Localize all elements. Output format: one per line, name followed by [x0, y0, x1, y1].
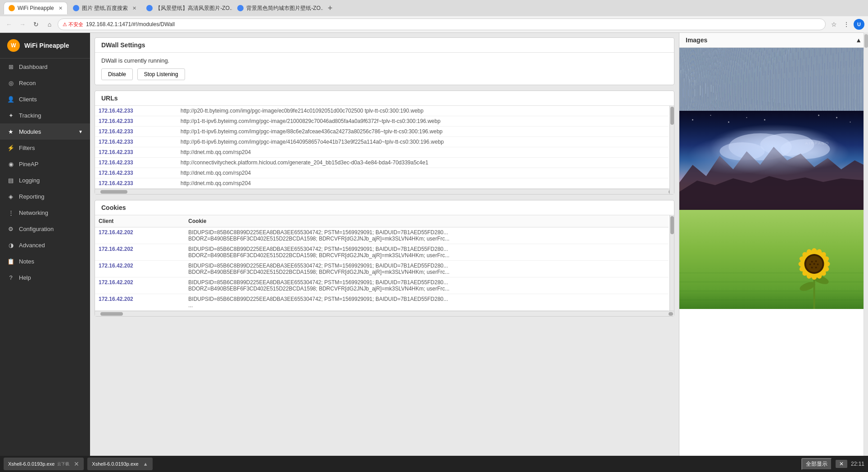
cookie-ip-cell: 172.16.42.202 [95, 261, 185, 277]
sidebar-item-dashboard[interactable]: ⊞ Dashboard [0, 59, 90, 75]
logging-icon: ▤ [7, 177, 14, 184]
url-table-row: 172.16.42.233 http://dnet.mb.qq.com/rsp2… [95, 178, 669, 189]
url-ip-cell: 172.16.42.233 [95, 178, 177, 189]
settings-icon[interactable]: ⋮ [841, 19, 852, 30]
profile-avatar[interactable]: U [854, 19, 864, 30]
cookie-value-cell: BIDUPSID=85B6C8B99D225EEA8DBA3EE65530474… [185, 294, 669, 311]
disable-button[interactable]: Disable [101, 68, 133, 80]
sidebar-item-reporting[interactable]: ◈ Reporting [0, 188, 90, 204]
urls-body: 172.16.42.233 http://p20-tt.byteimg.com/… [95, 106, 674, 194]
sidebar-item-configuration[interactable]: ⚙ Configuration [0, 221, 90, 237]
svg-text:AIRPANO: AIRPANO [805, 141, 830, 145]
svg-point-78 [809, 263, 811, 265]
sidebar-app-title: WiFi Pineapple [24, 42, 69, 49]
cookie-table-row: 172.16.42.202 BIDUPSID=85B6C8B99D225EEA8… [95, 294, 669, 311]
taskbar-close-xshell-1[interactable]: ✕ [74, 460, 79, 467]
tab-favicon-3 [146, 5, 153, 11]
sidebar-item-advanced[interactable]: ◑ Advanced [0, 237, 90, 253]
svg-point-16 [784, 61, 789, 66]
sidebar-item-clients[interactable]: 👤 Clients [0, 91, 90, 107]
url-url-cell: http://p1-tt-ipv6.byteimg.com/img/pgc-im… [177, 116, 669, 127]
home-button[interactable]: ⌂ [44, 19, 55, 30]
show-all-button[interactable]: 全部显示 [801, 458, 832, 470]
svg-point-28 [831, 73, 834, 75]
cookie-scrollbar[interactable] [669, 215, 674, 311]
sidebar-label-networking: Networking [19, 209, 48, 216]
bookmark-icon[interactable]: ☆ [828, 19, 839, 30]
svg-point-27 [813, 73, 816, 76]
tab-close-1[interactable]: ✕ [59, 5, 63, 11]
cookie-table-container[interactable]: Client Cookie 172.16.42.202 BIDUPSID=85B… [95, 215, 674, 311]
taskbar-close-button[interactable]: ✕ [836, 460, 847, 468]
sunflower-svg [679, 210, 868, 309]
url-ip-cell: 172.16.42.233 [95, 168, 177, 178]
taskbar-xshell-1[interactable]: Xshell-6.0.0193p.exe 云下载 ✕ [4, 458, 84, 470]
svg-line-8 [823, 70, 823, 111]
cookie-ip-cell: 172.16.42.202 [95, 244, 185, 261]
tab-label-1: WiFi Pineapple [18, 5, 54, 11]
stop-listening-button[interactable]: Stop Listening [137, 68, 185, 80]
cookie-line2: ... [188, 302, 413, 309]
svg-line-6 [787, 66, 787, 111]
url-table-row: 172.16.42.233 http://connectivitycheck.p… [95, 158, 669, 168]
tab-fengj2[interactable]: 背景黑色简约城市图片壁纸-ZO... ✕ [233, 2, 323, 14]
networking-icon: ⋮ [7, 209, 14, 216]
taskbar-xshell-2[interactable]: Xshell-6.0.0193p.exe ▲ [87, 458, 152, 470]
svg-point-44 [850, 122, 851, 123]
forward-button[interactable]: → [17, 19, 28, 30]
svg-point-15 [768, 63, 773, 68]
svg-point-41 [746, 117, 747, 118]
sidebar-item-help[interactable]: ? Help [0, 269, 90, 286]
url-box[interactable]: ⚠ 不安全 192.168.42.1:1471/#!/modules/DWall [58, 18, 826, 30]
sidebar-item-pineap[interactable]: ◉ PineAP [0, 156, 90, 172]
tab-close-2[interactable]: ✕ [132, 5, 136, 11]
svg-point-40 [728, 122, 729, 123]
svg-line-9 [841, 65, 842, 111]
url-hscrollbar[interactable] [95, 189, 674, 194]
url-scrollbar[interactable] [669, 106, 674, 194]
sidebar-label-filters: Filters [19, 145, 35, 151]
svg-point-32 [729, 133, 792, 160]
image-fantasy-sky: AIRPANO [679, 111, 868, 210]
cookie-table-row: 172.16.42.202 BIDUPSID=85B6C8B99D225EEA8… [95, 227, 669, 244]
sky-svg: AIRPANO [679, 111, 868, 210]
url-url-cell: http://dnet.mb.qq.com/rsp204 [177, 168, 669, 178]
svg-point-12 [713, 57, 718, 61]
svg-point-31 [693, 124, 855, 178]
svg-line-10 [856, 73, 857, 111]
sidebar-item-modules[interactable]: ★ Modules ▼ [0, 123, 90, 140]
xshell-label-2: Xshell-6.0.0193p.exe [92, 461, 138, 467]
url-table-container[interactable]: 172.16.42.233 http://p20-tt.byteimg.com/… [95, 106, 674, 189]
svg-point-11 [695, 61, 700, 66]
back-button[interactable]: ← [4, 19, 14, 30]
modules-icon: ★ [7, 128, 14, 135]
center-panel: DWall Settings DWall is currently runnin… [90, 33, 679, 472]
flowers-svg [679, 48, 868, 111]
cookie-line1: BIDUPSID=85B6C8B99D225EEA8DBA3EE65530474… [188, 263, 413, 269]
sidebar-item-tracking[interactable]: ✦ Tracking [0, 107, 90, 123]
sidebar-label-configuration: Configuration [19, 226, 54, 232]
cookie-value-cell: BIDUPSID=85B6C8B99D225EEA8DBA3EE65530474… [185, 261, 669, 277]
images-collapse-icon[interactable]: ▲ [855, 36, 862, 44]
url-url-cell: http://dnet.mb.qq.com/rsp204 [177, 147, 669, 158]
taskbar: Xshell-6.0.0193p.exe 云下载 ✕ Xshell-6.0.01… [0, 456, 868, 472]
images-container[interactable]: AIRPANO [679, 48, 868, 467]
sidebar-item-logging[interactable]: ▤ Logging [0, 172, 90, 188]
xshell-expand-2[interactable]: ▲ [143, 461, 148, 467]
images-scrollbar[interactable] [863, 33, 868, 456]
sidebar-item-networking[interactable]: ⋮ Networking [0, 204, 90, 221]
reload-button[interactable]: ↻ [31, 19, 41, 30]
url-ip-cell: 172.16.42.233 [95, 127, 177, 137]
cookie-hscrollbar[interactable] [95, 311, 674, 316]
sidebar-logo: W WiFi Pineapple [0, 33, 90, 59]
sidebar-item-recon[interactable]: ◎ Recon [0, 75, 90, 91]
sidebar-item-notes[interactable]: 📋 Notes [0, 253, 90, 269]
new-tab-button[interactable]: + [324, 2, 336, 14]
tab-baidu-image[interactable]: 图片 壁纸,百度搜索 ✕ [68, 2, 141, 14]
tab-wifi-pineapple[interactable]: WiFi Pineapple ✕ [4, 2, 68, 14]
tab-label-2: 图片 壁纸,百度搜索 [82, 5, 128, 12]
tab-fengj1[interactable]: 【风景壁纸】高清风景图片-ZO... ✕ [142, 2, 232, 14]
url-table-row: 172.16.42.233 http://p1-tt-ipv6.byteimg.… [95, 116, 669, 127]
sidebar-label-clients: Clients [19, 96, 37, 103]
sidebar-item-filters[interactable]: ⚡ Filters [0, 140, 90, 156]
